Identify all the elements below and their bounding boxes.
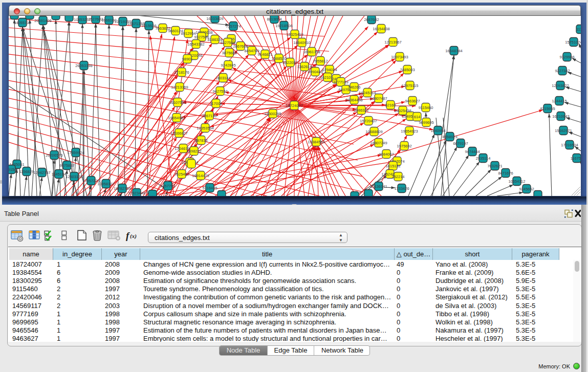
svg-text:3267130: 3267130 [202, 114, 216, 118]
svg-text:20691406: 20691406 [34, 18, 51, 23]
svg-text:8471676: 8471676 [498, 171, 513, 176]
svg-text:10973493: 10973493 [391, 55, 408, 59]
svg-text:6794024: 6794024 [322, 68, 337, 72]
svg-text:7625402: 7625402 [174, 172, 189, 177]
svg-text:9975887: 9975887 [59, 163, 74, 168]
svg-text:9227342: 9227342 [555, 69, 570, 73]
svg-text:1362615: 1362615 [297, 64, 312, 69]
svg-text:8990443: 8990443 [308, 70, 322, 74]
svg-text:9146821: 9146821 [257, 52, 272, 57]
svg-text:17359924: 17359924 [67, 150, 84, 155]
svg-text:7515526: 7515526 [141, 24, 156, 28]
svg-text:12503135: 12503135 [66, 174, 82, 179]
svg-text:8813054: 8813054 [267, 17, 281, 21]
svg-text:9245652: 9245652 [519, 187, 534, 191]
svg-text:2803144: 2803144 [215, 76, 230, 80]
svg-text:1815132: 1815132 [385, 164, 400, 168]
svg-text:20206576: 20206576 [46, 153, 62, 158]
svg-text:18807249: 18807249 [370, 141, 387, 145]
svg-text:10688609: 10688609 [365, 129, 382, 134]
svg-text:18300295: 18300295 [264, 112, 281, 116]
svg-text:17016504: 17016504 [561, 143, 578, 147]
svg-text:1975692: 1975692 [397, 144, 411, 148]
svg-text:9327506: 9327506 [194, 35, 209, 39]
svg-text:9457791: 9457791 [160, 184, 175, 188]
svg-text:1527602: 1527602 [88, 17, 103, 21]
svg-text:6679197: 6679197 [453, 141, 468, 146]
svg-text:8215955: 8215955 [540, 106, 555, 111]
svg-text:12325419: 12325419 [286, 32, 303, 37]
svg-text:10654112: 10654112 [509, 179, 526, 184]
svg-text:1733426: 1733426 [394, 186, 409, 191]
svg-text:7955812: 7955812 [313, 59, 328, 63]
svg-text:14055712: 14055712 [14, 20, 31, 25]
svg-text:1117: 1117 [576, 27, 581, 32]
svg-text:16914479: 16914479 [192, 173, 209, 178]
svg-text:2718176: 2718176 [174, 70, 189, 75]
svg-text:98901: 98901 [182, 57, 193, 61]
svg-text:16961758: 16961758 [303, 50, 320, 54]
svg-text:19166827: 19166827 [170, 131, 187, 136]
svg-text:(x): (x) [130, 233, 137, 239]
svg-text:7632621: 7632621 [487, 164, 502, 168]
svg-text:39154: 39154 [9, 167, 16, 172]
svg-text:62160: 62160 [385, 103, 396, 107]
svg-text:16648784: 16648784 [445, 49, 462, 53]
svg-text:1145194: 1145194 [52, 172, 67, 177]
svg-text:20364436: 20364436 [345, 98, 362, 102]
svg-text:12923448: 12923448 [128, 191, 145, 195]
svg-text:2935114: 2935114 [476, 156, 491, 161]
svg-text:116753: 116753 [571, 156, 581, 161]
svg-text:12353594: 12353594 [197, 126, 213, 130]
svg-text:15692971: 15692971 [555, 128, 572, 133]
svg-text:16782759: 16782759 [114, 186, 130, 191]
svg-text:16210643: 16210643 [552, 114, 569, 119]
svg-text:2986322: 2986322 [354, 108, 368, 113]
svg-text:16033809: 16033809 [206, 16, 223, 21]
svg-text:26053346: 26053346 [75, 63, 92, 68]
svg-text:8912954: 8912954 [181, 31, 195, 36]
svg-text:16107552: 16107552 [169, 100, 186, 105]
svg-text:614: 614 [414, 115, 421, 119]
svg-text:19218506: 19218506 [275, 24, 292, 28]
svg-text:8454749: 8454749 [244, 49, 259, 53]
svg-text:19654923: 19654923 [401, 129, 418, 134]
svg-text:9329966: 9329966 [559, 55, 574, 59]
svg-text:f: f [126, 230, 130, 241]
svg-text:18640910: 18640910 [293, 40, 310, 45]
svg-text:2867608: 2867608 [233, 44, 248, 49]
svg-text:16154838: 16154838 [373, 27, 389, 31]
svg-text:16543382: 16543382 [187, 42, 204, 47]
svg-text:117004: 117004 [210, 101, 222, 106]
svg-text:9427552: 9427552 [212, 89, 227, 94]
svg-text:10958107: 10958107 [97, 182, 114, 186]
svg-text:8958923: 8958923 [442, 135, 457, 139]
svg-text:2687682: 2687682 [364, 17, 379, 22]
svg-text:12213369: 12213369 [171, 85, 188, 90]
svg-text:5716485: 5716485 [202, 186, 217, 190]
svg-text:9777169: 9777169 [333, 80, 348, 84]
svg-text:7485003: 7485003 [400, 68, 415, 72]
svg-text:9463627: 9463627 [405, 99, 420, 103]
svg-text:12975115: 12975115 [402, 83, 419, 88]
svg-text:9115460: 9115460 [419, 105, 433, 110]
svg-text:18724007: 18724007 [286, 103, 302, 108]
svg-text:8322037: 8322037 [282, 60, 297, 65]
svg-text:15720407: 15720407 [360, 119, 377, 123]
svg-text:19384554: 19384554 [308, 140, 324, 144]
svg-text:1640954: 1640954 [430, 128, 445, 133]
svg-text:252214: 252214 [391, 174, 404, 179]
svg-text:12093822: 12093822 [552, 83, 569, 88]
svg-text:3875685: 3875685 [222, 51, 236, 55]
svg-text:10807487: 10807487 [370, 96, 387, 101]
svg-text:19654982: 19654982 [168, 116, 185, 120]
svg-text:12942757: 12942757 [33, 170, 50, 175]
svg-text:12213967: 12213967 [384, 40, 401, 45]
svg-text:9242845: 9242845 [221, 63, 235, 68]
svg-text:15136141: 15136141 [370, 184, 387, 189]
svg-text:1498222: 1498222 [186, 149, 201, 154]
svg-text:15751074: 15751074 [565, 40, 581, 45]
svg-text:1156829: 1156829 [19, 169, 34, 174]
svg-text:9699695: 9699695 [419, 120, 433, 125]
svg-text:7357274: 7357274 [226, 24, 241, 29]
